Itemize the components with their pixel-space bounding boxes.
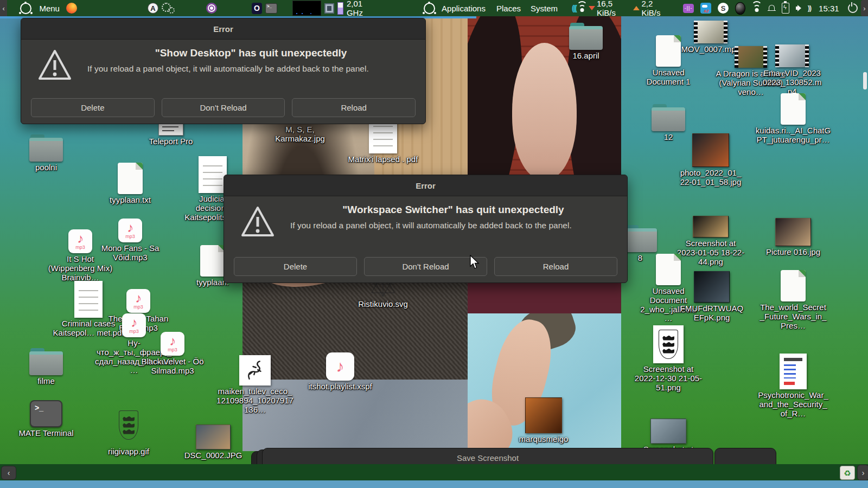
dialog-heading: "Workspace Switcher" has quit unexpected… xyxy=(290,204,616,216)
tray-app-icon[interactable] xyxy=(735,2,745,15)
desktop-icon-poolni[interactable]: poolni xyxy=(5,134,87,172)
system-menu[interactable]: System xyxy=(527,0,561,16)
icon-label: Psychotronic_War_and_the_Security_of_R… xyxy=(758,391,828,418)
desktop-icon-ema-vid-20230223-130852-mp4[interactable]: Ema_VID_20230223_130852.mp4 xyxy=(751,44,833,96)
folder-icon xyxy=(623,225,657,252)
image-icon xyxy=(525,397,562,433)
panel-collapse-left-button-bottom[interactable]: ‹ xyxy=(1,466,16,480)
desktop-icon-itshot-playlist-xspf[interactable]: itshot.playlist.xspf xyxy=(299,352,381,391)
doc-icon xyxy=(74,281,103,318)
net-up-label: 2,2 KiB/s xyxy=(641,0,672,17)
places-menu[interactable]: Places xyxy=(493,0,524,16)
icon-label: Screenshot at 2022-12-30 21-05-51.png xyxy=(633,365,704,392)
top-panel: ‹ Menu 2,01 GHz Applications Places Syst… xyxy=(0,0,868,16)
desktop-icon-kuidas-ri-ai-chatgpt-jutuareng[interactable]: kuidas.ri.._AI_ChatGPT_jutuarengu_pr… xyxy=(752,93,834,145)
dont-reload-button[interactable]: Don't Reload xyxy=(162,98,285,117)
skype-tray-icon[interactable] xyxy=(718,3,729,14)
dialog-body: If you reload a panel object, it will au… xyxy=(290,220,616,231)
clock-label: 15:31 xyxy=(819,4,839,13)
icon-label: Matrix'i lapsed . pdf xyxy=(348,155,418,164)
icon-label: filme xyxy=(37,377,55,386)
notifications-bell-icon[interactable] xyxy=(768,5,775,12)
menu-label: Menu xyxy=(39,4,60,13)
icon-label: Picture 016.jpg xyxy=(766,248,820,257)
icon-label: riigivapp.gif xyxy=(108,447,149,457)
desktop-icon-16-april[interactable]: 16.april xyxy=(545,23,627,61)
mp3-icon xyxy=(68,229,92,253)
dialog-body: If you reload a panel object, it will au… xyxy=(87,63,414,74)
desktop-icon-photo-2022-01-22-01-01-58-jpg[interactable]: photo_2022_01_22-01_01_58.jpg xyxy=(670,133,751,187)
desktop-icon-filme[interactable]: filme xyxy=(5,348,87,386)
netspeed-applet[interactable]: 16,5 KiB/s 2,2 KiB/s xyxy=(569,0,675,16)
panel-collapse-right-button[interactable]: › xyxy=(861,0,868,16)
desktop-icon-unsaved-document-1[interactable]: Unsaved Document 1 xyxy=(628,35,709,87)
volume-icon[interactable] xyxy=(796,4,806,12)
mp3-icon xyxy=(126,289,150,313)
desktop-icon-fmufdrtwuaq-efpk-png[interactable]: FMUFdRTWUAQ EFpK.png xyxy=(671,271,752,323)
shield-icon xyxy=(653,325,684,363)
desktop-icon-m-s-e-karmakaz-jpg[interactable]: M, S, E, Karmakaz.jpg xyxy=(259,124,341,144)
icon-label: maiken_tulev_ceco_12109894_10207917136… xyxy=(216,387,295,414)
tor-browser-icon[interactable] xyxy=(206,3,217,14)
error-dialog-show-desktop: Error "Show Desktop" has quit unexpected… xyxy=(21,18,426,124)
icon-label: itshot.playlist.xspf xyxy=(308,382,372,391)
file-icon xyxy=(656,35,681,67)
delete-button[interactable]: Delete xyxy=(234,257,357,276)
desktop-icon-maiken-tulev-ceco-12109894-102[interactable]: maiken_tulev_ceco_12109894_10207917136… xyxy=(214,355,296,414)
reload-button[interactable]: Reload xyxy=(292,98,416,117)
dialog-title: Error xyxy=(21,18,425,40)
settings-gears-icon[interactable] xyxy=(162,3,175,14)
desktop-icon-the-world-secret-future-wars-i[interactable]: The_world_Secret_Future_Wars_in_Pres… xyxy=(752,270,834,330)
video-icon xyxy=(775,44,809,67)
image-icon xyxy=(650,419,686,444)
menu-button[interactable]: Menu xyxy=(17,0,80,16)
desktop-icon-screenshot-at-2022-12-30-21-05[interactable]: Screenshot at 2022-12-30 21-05-51.png xyxy=(628,325,709,392)
desktop-icon-psychotronic-war-and-the-secur[interactable]: Psychotronic_War_and_the_Security_of_R… xyxy=(752,354,834,418)
applications-logo-icon xyxy=(424,3,435,14)
shieldline-icon xyxy=(112,404,145,446)
image-icon xyxy=(196,425,231,450)
panel-collapse-left-button[interactable]: ‹ xyxy=(0,0,7,16)
desktop-icon-riigivapp-gif[interactable]: riigivapp.gif xyxy=(88,404,169,457)
desktop-icon-dsc-0002-jpg[interactable]: DSC_0002.JPG xyxy=(173,425,254,460)
image-icon xyxy=(775,218,811,246)
o-app-icon[interactable] xyxy=(252,3,262,14)
playlist-icon xyxy=(326,352,354,381)
cpu-chip-icon xyxy=(324,3,334,14)
trash-applet-icon[interactable] xyxy=(840,466,855,480)
desktop-icon-picture-016-jpg[interactable]: Picture 016.jpg xyxy=(752,218,834,257)
search-tool-icon[interactable] xyxy=(148,3,158,14)
file-icon xyxy=(781,270,806,301)
clock-applet[interactable]: 15:31 xyxy=(815,0,843,16)
reload-button[interactable]: Reload xyxy=(494,257,617,276)
net-down-label: 16,5 KiB/s xyxy=(597,0,631,17)
delete-button[interactable]: Delete xyxy=(31,98,155,117)
panel-collapse-right-button-bottom[interactable]: › xyxy=(857,465,868,480)
battery-icon[interactable] xyxy=(782,3,789,14)
mouse-cursor xyxy=(469,255,480,272)
applications-menu[interactable]: Applications xyxy=(420,0,489,16)
firefox-icon[interactable] xyxy=(66,3,77,14)
desktop-icon-mono-fans-sa-v-id-mp3[interactable]: Mono Fans - Sa Võid.mp3 xyxy=(90,219,171,262)
icon-label: tyyplaan.txt xyxy=(110,196,151,205)
mp3-icon xyxy=(161,332,184,356)
desktop-icon-mate-terminal[interactable]: MATE Terminal xyxy=(5,400,87,438)
icon-label: Unsaved Document 1 xyxy=(639,68,698,87)
dialog-heading: "Show Desktop" has quit unexpectedly xyxy=(87,47,414,59)
system-label: System xyxy=(531,4,558,13)
file-icon xyxy=(781,93,806,125)
icon-label: photo_2022_01_22-01_01_58.jpg xyxy=(678,169,743,187)
system-monitor-graph[interactable] xyxy=(292,1,321,16)
network-tray-icon[interactable] xyxy=(752,4,762,12)
shutdown-icon[interactable] xyxy=(848,3,858,13)
image-icon xyxy=(692,133,729,167)
desktop-icon-black-velvet-silmad-mp3[interactable]: Black Velvet - Öö Silmad.mp3 xyxy=(132,332,213,376)
file-icon xyxy=(118,163,143,194)
terminal-launcher-icon[interactable] xyxy=(265,3,277,14)
cpu-frequency-label[interactable]: 2,01 GHz xyxy=(347,0,379,17)
desktop-icon-tyyplaan-txt[interactable]: tyyplaan.txt xyxy=(90,163,171,205)
icon-label: 16.april xyxy=(572,52,599,61)
weather-tray-icon[interactable] xyxy=(700,3,711,14)
desktop-icon-marqusmeigo[interactable]: marqusmeigo xyxy=(503,397,584,444)
media-tray-icon[interactable] xyxy=(683,4,694,13)
